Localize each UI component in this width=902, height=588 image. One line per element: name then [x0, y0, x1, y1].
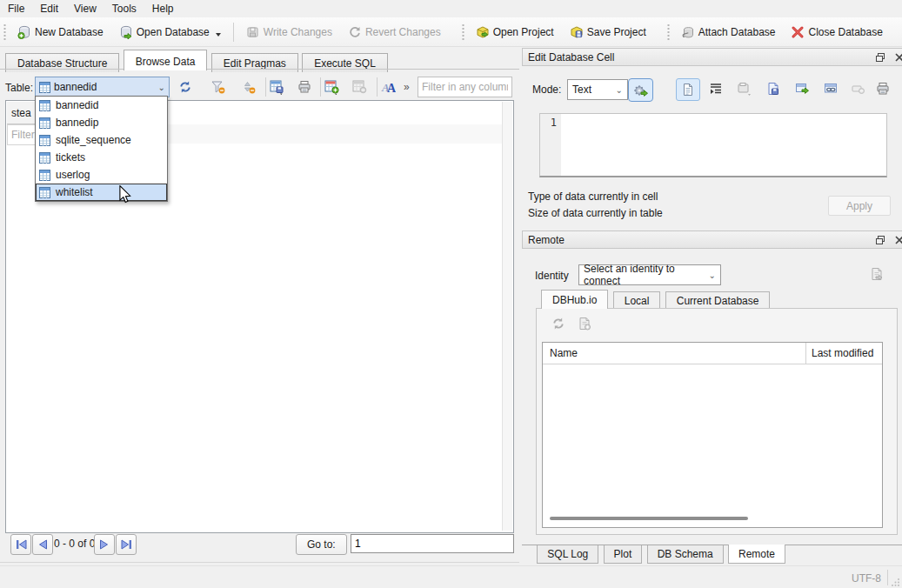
- remote-database-list[interactable]: Name Last modified: [542, 342, 883, 528]
- push-database-button[interactable]: [865, 264, 888, 284]
- save-project-icon: [570, 25, 584, 39]
- copy-link-button[interactable]: [819, 78, 842, 99]
- tab-browse-data[interactable]: Browse Data: [124, 50, 208, 70]
- delete-record-button[interactable]: [348, 77, 371, 97]
- open-project-button[interactable]: Open Project: [470, 22, 560, 43]
- table-dropdown-item[interactable]: sqlite_sequence: [36, 131, 167, 149]
- open-database-icon: [119, 25, 133, 39]
- open-database-button[interactable]: Open Database: [113, 22, 227, 43]
- close-panel-button[interactable]: [892, 234, 902, 246]
- close-icon: [895, 236, 902, 244]
- table-selector-combobox[interactable]: bannedid ⌄: [35, 77, 170, 97]
- edit-display-format-icon: AA: [380, 80, 396, 94]
- word-wrap-button[interactable]: [705, 78, 727, 99]
- grid-column-header-label: stea: [11, 107, 31, 119]
- next-record-button[interactable]: [94, 534, 115, 555]
- filter-any-column-input[interactable]: [418, 77, 512, 97]
- main-toolbar: New Database Open Database Write Changes…: [0, 17, 902, 47]
- column-header-last-modified[interactable]: Last modified: [805, 343, 873, 364]
- last-record-button[interactable]: [116, 534, 137, 555]
- encoding-indicator[interactable]: UTF-8: [852, 572, 881, 585]
- tab-sql-log[interactable]: SQL Log: [537, 545, 598, 564]
- grid-vertical-scrollbar[interactable]: [502, 102, 512, 531]
- menu-help[interactable]: Help: [144, 1, 182, 17]
- close-panel-button[interactable]: [892, 51, 902, 63]
- table-dropdown-item-highlighted[interactable]: whitelist: [36, 184, 167, 201]
- first-record-button[interactable]: [10, 534, 31, 555]
- save-table-button[interactable]: [266, 77, 289, 97]
- word-wrap-icon: [709, 82, 723, 96]
- identity-label: Identity: [535, 270, 569, 282]
- menu-edit[interactable]: Edit: [32, 1, 66, 17]
- resize-grip-icon[interactable]: [891, 578, 900, 587]
- cell-editor[interactable]: 1: [539, 113, 887, 177]
- column-header-name[interactable]: Name: [543, 347, 805, 359]
- save-project-button[interactable]: Save Project: [564, 22, 652, 43]
- remote-refresh-button[interactable]: [547, 313, 570, 334]
- table-dropdown-item[interactable]: userlog: [36, 166, 167, 184]
- attach-database-button[interactable]: Attach Database: [675, 22, 782, 43]
- export-cell-button[interactable]: [791, 78, 813, 99]
- float-panel-button[interactable]: [873, 51, 887, 63]
- tab-local[interactable]: Local: [613, 291, 661, 310]
- clone-database-button[interactable]: [573, 313, 596, 334]
- mode-select[interactable]: Text ⌄: [567, 79, 628, 100]
- tab-current-database[interactable]: Current Database: [665, 291, 771, 310]
- apply-button[interactable]: Apply: [828, 196, 891, 216]
- cell-type-info-label: Type of data currently in cell: [528, 190, 658, 203]
- table-dropdown-item[interactable]: tickets: [36, 149, 167, 166]
- clear-sort-button[interactable]: [237, 77, 259, 97]
- insert-record-button[interactable]: [321, 77, 344, 97]
- refresh-button[interactable]: [174, 77, 197, 97]
- clear-filters-button[interactable]: [206, 77, 229, 97]
- set-null-button[interactable]: [846, 78, 869, 99]
- chevron-down-icon: ⌄: [158, 83, 165, 92]
- first-record-icon: [16, 539, 27, 550]
- tab-plot[interactable]: Plot: [604, 545, 643, 564]
- write-changes-button[interactable]: Write Changes: [240, 22, 338, 43]
- close-database-button[interactable]: Close Database: [785, 22, 888, 43]
- identity-select[interactable]: Select an identity to connect ⌄: [578, 264, 721, 285]
- table-dropdown-item[interactable]: bannedid: [36, 97, 167, 114]
- remote-list-header: Name Last modified: [543, 343, 882, 364]
- close-database-label: Close Database: [808, 26, 882, 38]
- tab-db-schema[interactable]: DB Schema: [647, 545, 724, 564]
- table-icon: [39, 117, 50, 129]
- table-icon: [39, 170, 50, 181]
- new-database-button[interactable]: New Database: [11, 22, 110, 43]
- export-icon: [795, 82, 810, 96]
- save-cell-button[interactable]: [762, 78, 785, 99]
- text-mode-button[interactable]: [676, 78, 700, 101]
- menu-tools[interactable]: Tools: [104, 1, 144, 17]
- svg-text:A: A: [387, 82, 396, 94]
- open-database-dropdown-caret[interactable]: [216, 33, 221, 37]
- open-file-in-cell-button[interactable]: [733, 78, 756, 99]
- revert-changes-button[interactable]: Revert Changes: [342, 22, 447, 43]
- cell-editor-settings-button[interactable]: [628, 78, 653, 102]
- tab-bar-divider: [0, 69, 519, 70]
- remote-tab-bar: DBHub.io Local Current Database: [541, 290, 772, 308]
- goto-record-input[interactable]: [351, 534, 514, 553]
- toolbar-grip: [461, 23, 465, 42]
- table-icon: [39, 100, 50, 111]
- print-cell-button[interactable]: [872, 78, 894, 99]
- goto-button[interactable]: Go to:: [296, 534, 347, 555]
- menu-view[interactable]: View: [66, 1, 104, 17]
- clear-sort-icon: [241, 80, 256, 94]
- db-browser-window: File Edit View Tools Help New Database O…: [0, 0, 902, 588]
- previous-record-button[interactable]: [32, 534, 53, 555]
- toolbar-overflow-chevron[interactable]: »: [404, 81, 410, 93]
- table-icon: [39, 135, 50, 146]
- open-project-icon: [476, 25, 490, 39]
- float-panel-button[interactable]: [873, 234, 887, 246]
- table-dropdown-item[interactable]: bannedip: [36, 114, 167, 131]
- mode-label: Mode:: [532, 84, 561, 96]
- tab-remote[interactable]: Remote: [728, 545, 785, 564]
- table-dropdown-item-label: bannedip: [56, 117, 98, 129]
- menu-file[interactable]: File: [0, 1, 32, 17]
- print-table-button[interactable]: [293, 77, 316, 97]
- cell-editor-gutter: 1: [540, 114, 561, 176]
- remote-list-hscrollbar[interactable]: [550, 517, 748, 520]
- edit-display-format-button[interactable]: AA: [377, 77, 399, 97]
- tab-dbhub[interactable]: DBHub.io: [541, 290, 608, 309]
